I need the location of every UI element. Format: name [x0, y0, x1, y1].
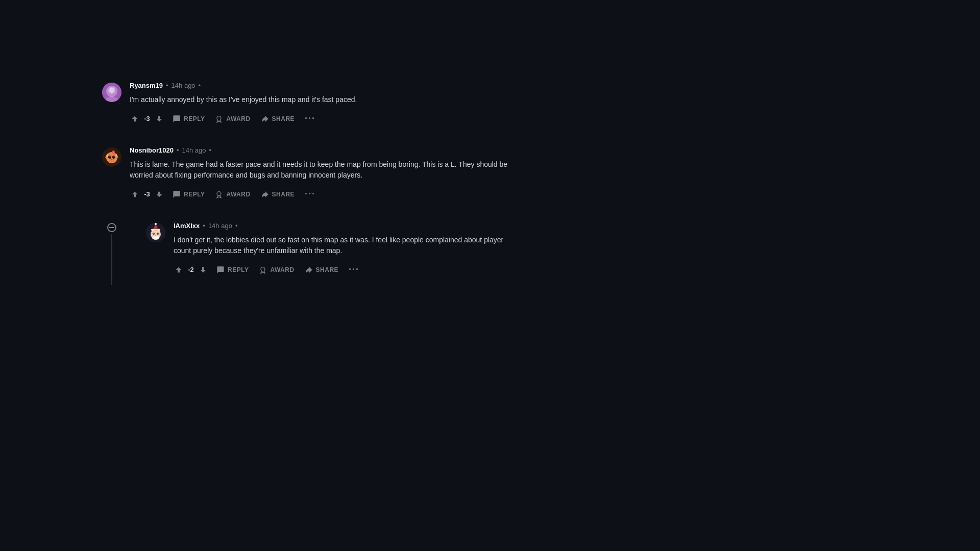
comment-3-timestamp: 14h ago [208, 222, 232, 230]
svg-point-31 [155, 235, 156, 236]
more-dots-2: ··· [305, 189, 315, 199]
comment-1-header: Ryansm19 • 14h ago • [130, 82, 510, 89]
comment-2-body: Nosnibor1020 • 14h ago • This is lame. T… [130, 146, 510, 202]
collapse-button-3[interactable] [107, 223, 116, 232]
vote-count-2: -3 [142, 190, 152, 198]
award-label-3: Award [270, 266, 294, 273]
svg-point-29 [154, 233, 154, 234]
comment-3-header: IAmXlxx • 14h ago • [174, 222, 510, 230]
svg-point-4 [217, 116, 221, 120]
avatar-iamxbox [146, 223, 165, 242]
more-button-3[interactable]: ··· [345, 262, 363, 277]
separator-2b: • [209, 146, 212, 154]
comment-2-actions: -3 Reply [130, 187, 510, 202]
downvote-button-2[interactable] [154, 189, 164, 199]
comment-1-text: I'm actually annoyed by this as I've enj… [130, 94, 510, 105]
more-button-2[interactable]: ··· [301, 187, 320, 202]
comment-3-username[interactable]: IAmXlxx [174, 222, 200, 230]
comment-1-timestamp: 14h ago [172, 82, 195, 89]
reply-label-1: Reply [184, 115, 205, 122]
comment-2-text: This is lame. The game had a faster pace… [130, 159, 510, 181]
comment-1-username[interactable]: Ryansm19 [130, 82, 163, 89]
svg-point-1 [108, 87, 115, 94]
reply-label-2: Reply [184, 191, 205, 198]
share-button-2[interactable]: Share [257, 188, 299, 201]
comments-container: Ryansm19 • 14h ago • I'm actually annoye… [0, 0, 510, 285]
award-button-3[interactable]: Award [255, 264, 298, 276]
upvote-button-3[interactable] [174, 265, 184, 275]
separator-3: • [203, 222, 205, 230]
reply-button-2[interactable]: Reply [168, 188, 209, 201]
vote-count-3: -2 [186, 266, 196, 273]
svg-point-17 [114, 158, 117, 161]
svg-point-30 [158, 233, 158, 234]
comment-3-body: IAmXlxx • 14h ago • I don't get it, the … [174, 222, 510, 277]
reply-button-1[interactable]: Reply [168, 113, 209, 125]
svg-point-28 [157, 233, 159, 235]
upvote-button-2[interactable] [130, 189, 140, 199]
svg-point-32 [152, 236, 159, 240]
vote-section-1: -3 [130, 114, 164, 124]
svg-point-27 [153, 233, 155, 235]
svg-point-2 [109, 88, 114, 93]
comment-3: IAmXlxx • 14h ago • I don't get it, the … [102, 222, 510, 285]
comment-3-text: I don't get it, the lobbies died out so … [174, 235, 510, 256]
share-label-3: Share [316, 266, 339, 273]
downvote-button-3[interactable] [198, 265, 208, 275]
comment-1-actions: -3 Reply [130, 111, 510, 126]
reply-button-3[interactable]: Reply [212, 264, 253, 276]
reply-label-3: Reply [228, 266, 249, 273]
svg-point-19 [113, 152, 114, 153]
avatar-nosnibor [102, 147, 121, 167]
share-button-1[interactable]: Share [257, 113, 299, 125]
comment-1-body: Ryansm19 • 14h ago • I'm actually annoye… [130, 82, 510, 126]
comment-3-actions: -2 Reply [174, 262, 510, 277]
vote-count-1: -3 [142, 115, 152, 122]
share-label-2: Share [272, 191, 295, 198]
separator-3b: • [235, 222, 238, 230]
separator-1: • [166, 82, 168, 89]
svg-point-15 [111, 159, 113, 160]
comment-2-header: Nosnibor1020 • 14h ago • [130, 146, 510, 154]
comment-2: Nosnibor1020 • 14h ago • This is lame. T… [102, 146, 510, 202]
award-label-2: Award [226, 191, 250, 198]
svg-point-34 [261, 267, 265, 271]
svg-point-14 [114, 157, 115, 158]
upvote-button-1[interactable] [130, 114, 140, 124]
more-button-1[interactable]: ··· [301, 111, 320, 126]
vote-section-2: -3 [130, 189, 164, 199]
vote-section-3: -2 [174, 265, 208, 275]
award-button-1[interactable]: Award [211, 113, 254, 125]
svg-point-16 [107, 158, 110, 161]
share-label-1: Share [272, 115, 295, 122]
svg-point-26 [155, 223, 157, 225]
comment-2-username[interactable]: Nosnibor1020 [130, 146, 174, 154]
comment-1: Ryansm19 • 14h ago • I'm actually annoye… [102, 82, 510, 126]
separator-1b: • [199, 82, 201, 89]
svg-point-20 [217, 191, 221, 195]
avatar-ryansm19 [102, 83, 121, 102]
award-button-2[interactable]: Award [211, 188, 254, 201]
share-button-3[interactable]: Share [301, 264, 343, 276]
more-dots-3: ··· [349, 264, 359, 275]
separator-2: • [177, 146, 179, 154]
more-dots-1: ··· [305, 113, 315, 124]
svg-point-13 [110, 157, 111, 158]
downvote-button-1[interactable] [154, 114, 164, 124]
svg-rect-21 [109, 227, 114, 228]
svg-rect-33 [151, 229, 160, 231]
award-label-1: Award [226, 115, 250, 122]
comment-2-timestamp: 14h ago [182, 146, 206, 154]
